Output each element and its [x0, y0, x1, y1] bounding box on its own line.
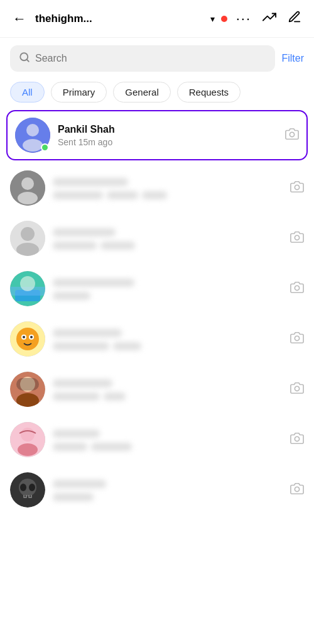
camera-icon[interactable] — [290, 381, 304, 398]
header: ← thehighm... ▾ ··· — [0, 0, 314, 38]
svg-point-3 — [26, 124, 39, 136]
conv-name — [53, 379, 283, 390]
conv-info — [53, 228, 283, 250]
conversation-list: Pankil Shah Sent 15m ago — [0, 110, 314, 515]
avatar-wrap — [10, 271, 45, 306]
camera-icon[interactable] — [290, 180, 304, 197]
camera-icon[interactable] — [285, 127, 299, 144]
conv-name — [53, 429, 283, 440]
conv-info: Pankil Shah Sent 15m ago — [58, 124, 278, 147]
camera-icon[interactable] — [290, 431, 304, 448]
conv-preview — [53, 493, 283, 501]
tab-general[interactable]: General — [113, 82, 170, 103]
svg-point-37 — [20, 484, 26, 491]
avatar-wrap — [10, 422, 45, 457]
svg-point-20 — [16, 328, 39, 350]
svg-point-38 — [29, 484, 35, 491]
back-button[interactable]: ← — [10, 8, 29, 30]
search-input[interactable] — [35, 53, 266, 64]
conv-info — [53, 429, 283, 451]
conv-info — [53, 379, 283, 401]
search-input-wrap[interactable] — [10, 45, 275, 72]
conv-info — [53, 328, 283, 350]
list-item[interactable]: Pankil Shah Sent 15m ago — [6, 110, 308, 160]
conv-preview — [53, 392, 283, 401]
conv-info — [53, 479, 283, 501]
svg-line-1 — [26, 59, 28, 61]
avatar — [10, 221, 45, 256]
tab-requests[interactable]: Requests — [177, 82, 241, 103]
svg-point-17 — [20, 276, 35, 291]
conv-name — [53, 328, 283, 340]
edit-button[interactable] — [285, 8, 304, 30]
svg-point-25 — [295, 336, 299, 340]
svg-point-12 — [16, 243, 39, 256]
svg-point-18 — [295, 286, 299, 290]
conv-name — [53, 228, 283, 239]
conv-info — [53, 177, 283, 199]
conv-preview — [53, 242, 283, 250]
list-item[interactable] — [0, 163, 314, 213]
avatar — [10, 271, 45, 306]
list-item[interactable] — [0, 364, 314, 414]
camera-icon[interactable] — [290, 230, 304, 247]
conv-name — [53, 278, 283, 289]
avatar-wrap — [10, 372, 45, 407]
avatar-wrap — [10, 221, 45, 256]
avatar-wrap — [10, 472, 45, 508]
header-title: thehighm... — [35, 13, 208, 25]
avatar — [10, 472, 45, 508]
conv-name — [53, 177, 283, 189]
tab-all[interactable]: All — [10, 82, 45, 103]
search-icon — [19, 52, 30, 65]
tab-primary[interactable]: Primary — [51, 82, 107, 103]
avatar — [10, 321, 45, 357]
avatar — [10, 372, 45, 407]
avatar-wrap — [10, 170, 45, 206]
status-dot — [221, 16, 227, 22]
svg-point-30 — [295, 386, 299, 391]
list-item[interactable] — [0, 465, 314, 515]
svg-point-34 — [295, 436, 299, 441]
online-indicator — [41, 143, 49, 152]
avatar — [10, 422, 45, 457]
conv-name: Pankil Shah — [58, 124, 278, 135]
camera-icon[interactable] — [290, 482, 304, 499]
svg-point-9 — [295, 185, 299, 189]
svg-rect-29 — [16, 378, 39, 391]
svg-point-8 — [18, 192, 38, 204]
list-item[interactable] — [0, 213, 314, 264]
list-item[interactable] — [0, 314, 314, 364]
filter-button[interactable]: Filter — [281, 53, 304, 64]
search-bar: Filter — [10, 45, 304, 72]
filter-tabs: All Primary General Requests — [0, 79, 314, 108]
chevron-down-icon[interactable]: ▾ — [210, 14, 215, 24]
avatar-wrap — [15, 118, 50, 153]
avatar — [10, 170, 45, 206]
conv-preview — [53, 292, 283, 300]
conv-info — [53, 278, 283, 300]
list-item[interactable] — [0, 414, 314, 465]
svg-point-7 — [21, 177, 34, 190]
avatar-wrap — [10, 321, 45, 357]
more-options-button[interactable]: ··· — [234, 8, 254, 30]
conv-preview — [53, 443, 283, 451]
conv-preview: Sent 15m ago — [58, 137, 278, 147]
svg-point-39 — [295, 487, 299, 491]
svg-point-33 — [18, 443, 38, 456]
svg-point-32 — [21, 428, 35, 441]
conv-name — [53, 479, 283, 491]
svg-point-13 — [295, 235, 299, 240]
svg-point-23 — [23, 336, 25, 338]
camera-icon[interactable] — [290, 331, 304, 348]
svg-point-11 — [21, 227, 35, 241]
svg-point-4 — [23, 139, 43, 152]
svg-point-5 — [290, 132, 294, 136]
conv-preview — [53, 191, 283, 199]
svg-point-24 — [30, 336, 33, 338]
list-item[interactable] — [0, 264, 314, 314]
trending-icon[interactable] — [260, 8, 279, 30]
camera-icon[interactable] — [290, 280, 304, 297]
conv-preview — [53, 342, 283, 350]
